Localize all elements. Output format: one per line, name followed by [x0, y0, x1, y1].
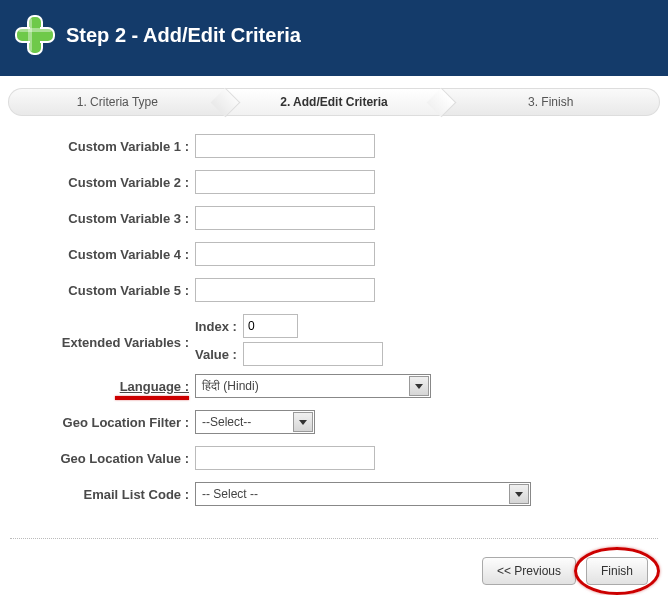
chevron-down-icon: [409, 376, 429, 396]
custom-var-4-input[interactable]: [195, 242, 375, 266]
svg-rect-4: [28, 18, 32, 52]
value-input[interactable]: [243, 342, 383, 366]
button-row: << Previous Finish: [0, 557, 668, 595]
geo-value-label: Geo Location Value :: [10, 451, 195, 466]
custom-var-3-input[interactable]: [195, 206, 375, 230]
geo-filter-label: Geo Location Filter :: [10, 415, 195, 430]
highlight-marker: [115, 396, 189, 400]
index-input[interactable]: [243, 314, 298, 338]
plus-icon: [14, 14, 56, 56]
extended-vars-label: Extended Variables :: [10, 335, 195, 350]
wizard-step-label: 1. Criteria Type: [77, 95, 158, 109]
custom-var-1-label: Custom Variable 1 :: [10, 139, 195, 154]
custom-var-3-label: Custom Variable 3 :: [10, 211, 195, 226]
geo-filter-select[interactable]: --Select--: [195, 410, 315, 434]
custom-var-2-label: Custom Variable 2 :: [10, 175, 195, 190]
custom-var-4-label: Custom Variable 4 :: [10, 247, 195, 262]
geo-filter-value: --Select--: [202, 415, 251, 429]
finish-button[interactable]: Finish: [586, 557, 648, 585]
divider: [10, 538, 658, 539]
criteria-form: Custom Variable 1 : Custom Variable 2 : …: [0, 134, 668, 528]
wizard-step-1[interactable]: 1. Criteria Type: [8, 88, 226, 116]
chevron-down-icon: [293, 412, 313, 432]
geo-value-input[interactable]: [195, 446, 375, 470]
wizard-step-3[interactable]: 3. Finish: [442, 88, 660, 116]
custom-var-5-input[interactable]: [195, 278, 375, 302]
svg-rect-5: [18, 28, 52, 32]
language-select-value: हिंदी (Hindi): [202, 379, 259, 393]
wizard-step-label: 3. Finish: [528, 95, 573, 109]
email-list-value: -- Select --: [202, 487, 258, 501]
language-label: Language :: [10, 379, 195, 394]
wizard-step-2[interactable]: 2. Add/Edit Criteria: [226, 88, 443, 116]
page-title: Step 2 - Add/Edit Criteria: [66, 24, 301, 47]
custom-var-2-input[interactable]: [195, 170, 375, 194]
index-label: Index :: [195, 319, 237, 334]
wizard-steps: 1. Criteria Type 2. Add/Edit Criteria 3.…: [8, 88, 660, 116]
chevron-down-icon: [509, 484, 529, 504]
wizard-step-label: 2. Add/Edit Criteria: [280, 95, 388, 109]
page-header: Step 2 - Add/Edit Criteria: [0, 0, 668, 76]
value-label: Value :: [195, 347, 237, 362]
email-list-select[interactable]: -- Select --: [195, 482, 531, 506]
custom-var-5-label: Custom Variable 5 :: [10, 283, 195, 298]
previous-button[interactable]: << Previous: [482, 557, 576, 585]
custom-var-1-input[interactable]: [195, 134, 375, 158]
email-list-label: Email List Code :: [10, 487, 195, 502]
language-select[interactable]: हिंदी (Hindi): [195, 374, 431, 398]
